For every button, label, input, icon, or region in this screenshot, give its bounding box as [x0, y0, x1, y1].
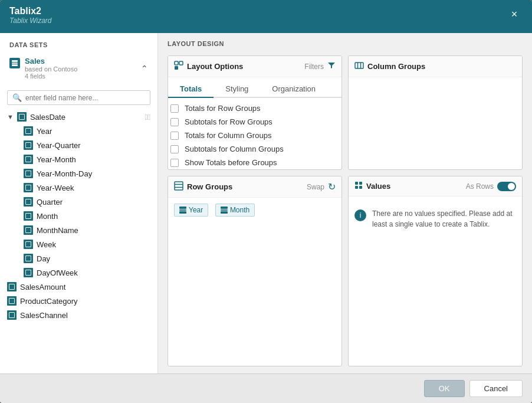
tabs-row: Totals Styling Organization — [168, 81, 341, 98]
row-groups-body: Year Month — [168, 198, 341, 222]
tree-item-year[interactable]: Year — [2, 124, 155, 138]
as-rows-toggle[interactable] — [497, 182, 516, 191]
dataset-text: Sales based on Contoso 4 fields — [25, 57, 77, 80]
svg-rect-12 — [179, 207, 186, 209]
svg-rect-15 — [221, 207, 228, 209]
svg-rect-9 — [175, 182, 183, 190]
field-icon — [24, 126, 33, 136]
checkbox-label: Totals for Column Groups — [185, 131, 271, 140]
field-icon — [24, 225, 33, 235]
tree-item-week[interactable]: Week — [2, 237, 155, 251]
field-icon — [24, 140, 33, 150]
layout-icon — [174, 61, 183, 72]
field-icon — [24, 183, 33, 192]
tree-item-saleschannel[interactable]: SalesChannel — [2, 308, 155, 322]
dataset-fields: 4 fields — [25, 73, 77, 80]
filters-area: Filters — [304, 61, 336, 71]
checkbox-list: Totals for Row Groups Subtotals for Row … — [168, 104, 341, 167]
tree-label: Year-Quarter — [37, 141, 81, 150]
tree-item-month[interactable]: Month — [2, 209, 155, 223]
checkbox-totals-row-groups[interactable]: Totals for Row Groups — [170, 104, 339, 113]
datasets-header: DATA SETS — [0, 33, 157, 53]
column-groups-icon — [354, 61, 364, 72]
tree-label: Year — [37, 127, 52, 136]
svg-rect-20 — [355, 186, 358, 189]
dataset-based-on: based on Contoso — [25, 65, 77, 73]
checkbox-label: Subtotals for Row Groups — [185, 117, 272, 126]
tabs-container: Totals Styling Organization Totals for R… — [168, 77, 341, 169]
tree-label: SalesChannel — [20, 311, 68, 320]
tab-totals[interactable]: Totals — [168, 81, 214, 98]
title-bar-left: Tablix2 Tablix Wizard — [9, 6, 51, 25]
dataset-name[interactable]: Sales — [25, 57, 77, 65]
checkbox-box[interactable] — [170, 159, 179, 167]
tree-item-salesamount[interactable]: SalesAmount — [2, 280, 155, 294]
tree-label: ProductCategory — [20, 297, 78, 306]
checkbox-subtotals-row-groups[interactable]: Subtotals for Row Groups — [170, 117, 339, 126]
svg-rect-0 — [12, 60, 18, 62]
dataset-info: Sales based on Contoso 4 fields — [9, 57, 77, 80]
tree-item-year-week[interactable]: Year-Week — [2, 181, 155, 195]
svg-rect-18 — [355, 182, 358, 185]
field-icon — [24, 169, 33, 178]
checkbox-box[interactable] — [170, 104, 179, 113]
swap-icon[interactable]: ↻ — [328, 181, 336, 192]
checkbox-box[interactable] — [170, 118, 179, 126]
as-rows-area: As Rows — [466, 182, 516, 191]
no-values-message: i There are no values specified. Please … — [349, 196, 522, 241]
tree-item-year-quarter[interactable]: Year-Quarter — [2, 138, 155, 152]
close-button[interactable]: × — [506, 6, 523, 22]
tree-label: Month — [37, 212, 58, 221]
svg-rect-3 — [175, 61, 178, 65]
cancel-button[interactable]: Cancel — [469, 380, 523, 397]
eye-slash-icon[interactable]: 👁̸ — [145, 113, 151, 122]
tree-item-quarter[interactable]: Quarter — [2, 195, 155, 209]
bottom-grid: Row Groups Swap ↻ — [168, 176, 523, 366]
svg-rect-4 — [179, 61, 183, 65]
tab-organization[interactable]: Organization — [260, 81, 327, 98]
tree-item-day[interactable]: Day — [2, 251, 155, 266]
tree-area: ▼ SalesDate 👁̸ Year Year-Quarter Year-Mo… — [0, 110, 157, 373]
tree-item-year-month-day[interactable]: Year-Month-Day — [2, 166, 155, 181]
tree-item-salesdate[interactable]: ▼ SalesDate 👁̸ — [2, 110, 155, 124]
filters-label: Filters — [304, 63, 324, 71]
column-groups-body — [349, 77, 522, 169]
no-values-text: There are no values specified. Please ad… — [372, 208, 516, 230]
tree-label: Year-Month-Day — [37, 169, 92, 178]
search-input[interactable] — [25, 94, 145, 102]
layout-options-title: Layout Options — [187, 62, 243, 71]
tree-item-monthname[interactable]: MonthName — [2, 223, 155, 237]
as-rows-label: As Rows — [466, 182, 494, 191]
left-panel: DATA SETS Sales based on Contoso 4 field… — [0, 33, 158, 373]
tree-item-dayofweek[interactable]: DayOfWeek — [2, 266, 155, 280]
checkbox-totals-col-groups[interactable]: Totals for Column Groups — [170, 131, 339, 140]
tab-styling[interactable]: Styling — [214, 81, 260, 98]
tree-item-productcategory[interactable]: ProductCategory — [2, 294, 155, 308]
expand-icon: ▼ — [7, 113, 14, 120]
search-box: 🔍 — [7, 90, 150, 105]
filter-icon[interactable] — [327, 61, 336, 71]
field-icon — [7, 296, 17, 306]
group-pill-year[interactable]: Year — [174, 204, 208, 217]
ok-button[interactable]: OK — [424, 380, 465, 397]
group-pill-month[interactable]: Month — [215, 204, 255, 217]
checkbox-label: Show Totals before Groups — [185, 158, 277, 167]
checkbox-box[interactable] — [170, 132, 179, 140]
tree-label: MonthName — [37, 226, 78, 235]
checkbox-label: Subtotals for Column Groups — [185, 145, 284, 153]
dataset-icon — [9, 58, 20, 68]
tree-label: SalesAmount — [20, 283, 65, 291]
collapse-icon[interactable]: ⌃ — [141, 64, 148, 73]
svg-rect-17 — [221, 211, 228, 214]
field-icon — [24, 197, 33, 207]
checkbox-subtotals-col-groups[interactable]: Subtotals for Column Groups — [170, 145, 339, 153]
layout-options-header: Layout Options Filters — [168, 56, 341, 77]
values-title: Values — [366, 182, 390, 191]
column-groups-panel: Column Groups — [348, 55, 523, 170]
checkbox-box[interactable] — [170, 145, 179, 153]
tree-item-year-month[interactable]: Year-Month — [2, 152, 155, 166]
field-icon — [7, 282, 17, 291]
tree-label: Year-Week — [37, 184, 74, 192]
checkbox-show-totals-before[interactable]: Show Totals before Groups — [170, 158, 339, 167]
tree-label: Quarter — [37, 198, 63, 207]
